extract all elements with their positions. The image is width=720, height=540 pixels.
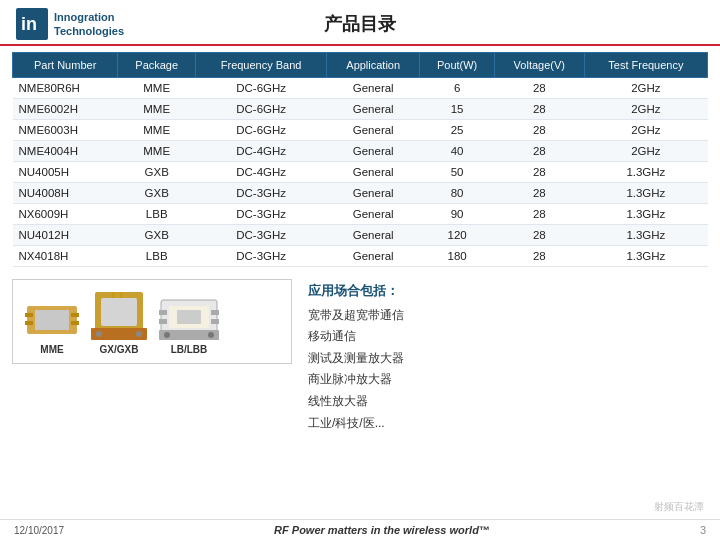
table-row: NU4008HGXBDC-3GHzGeneral80281.3GHz [13,183,708,204]
company-name: Innogration Technologies [54,10,124,39]
svg-rect-9 [101,298,137,326]
svg-rect-4 [25,313,33,317]
app-item-3: 商业脉冲放大器 [308,369,708,391]
svg-rect-5 [25,321,33,325]
app-item-4: 线性放大器 [308,391,708,413]
mme-label: MME [40,344,63,355]
package-gxb: GX/GXB [91,288,147,355]
svg-rect-23 [159,319,167,324]
app-item-2: 测试及测量放大器 [308,348,708,370]
svg-point-21 [208,332,214,338]
svg-point-12 [136,331,142,337]
col-voltage: Voltage(V) [494,53,584,78]
svg-rect-3 [35,310,69,330]
package-mme: MME [25,298,79,355]
company-logo-icon: in [16,8,48,40]
footer-tagline: RF Power matters in the wireless world™ [274,524,490,536]
col-application: Application [327,53,420,78]
table-row: NME6003HMMEDC-6GHzGeneral25282GHz [13,120,708,141]
svg-point-20 [164,332,170,338]
table-row: NX6009HLBBDC-3GHzGeneral90281.3GHz [13,204,708,225]
table-row: NME80R6HMMEDC-6GHzGeneral6282GHz [13,78,708,99]
package-images-box: MME GX/GXB [12,279,292,364]
mme-shape-icon [25,298,79,340]
svg-rect-25 [211,319,219,324]
table-row: NME4004HMMEDC-4GHzGeneral40282GHz [13,141,708,162]
app-item-5: 工业/科技/医... [308,413,708,435]
gxb-shape-icon [91,288,147,340]
col-part-number: Part Number [13,53,118,78]
svg-rect-7 [71,321,79,325]
table-header-row: Part Number Package Frequency Band Appli… [13,53,708,78]
table-row: NU4012HGXBDC-3GHzGeneral120281.3GHz [13,225,708,246]
package-lbb: LB/LBB [159,294,219,355]
svg-point-11 [96,331,102,337]
table-row: NME6002HMMEDC-6GHzGeneral15282GHz [13,99,708,120]
app-item-0: 宽带及超宽带通信 [308,305,708,327]
gxb-label: GX/GXB [100,344,139,355]
app-item-1: 移动通信 [308,326,708,348]
col-pout: Pout(W) [420,53,494,78]
page-footer: 12/10/2017 RF Power matters in the wirel… [0,519,720,540]
product-table-wrapper: Part Number Package Frequency Band Appli… [0,52,720,267]
product-table: Part Number Package Frequency Band Appli… [12,52,708,267]
lbb-label: LB/LBB [171,344,208,355]
col-package: Package [118,53,196,78]
page-header: in Innogration Technologies 产品目录 [0,0,720,46]
svg-rect-18 [177,310,201,324]
applications-box: 应用场合包括： 宽带及超宽带通信 移动通信 测试及测量放大器 商业脉冲放大器 线… [308,279,708,434]
table-row: NU4005HGXBDC-4GHzGeneral50281.3GHz [13,162,708,183]
svg-text:in: in [21,14,37,34]
footer-page-number: 3 [700,524,706,536]
logo-area: in Innogration Technologies [16,8,124,40]
svg-rect-6 [71,313,79,317]
watermark: 射频百花潭 [654,500,704,514]
footer-date: 12/10/2017 [14,525,64,536]
table-row: NX4018HLBBDC-3GHzGeneral180281.3GHz [13,246,708,267]
applications-title: 应用场合包括： [308,279,708,302]
col-test-freq: Test Frequency [584,53,707,78]
lbb-shape-icon [159,294,219,340]
svg-rect-22 [159,310,167,315]
bottom-section: MME GX/GXB [0,271,720,434]
page-title: 产品目录 [324,12,396,36]
col-freq-band: Frequency Band [196,53,327,78]
svg-rect-24 [211,310,219,315]
